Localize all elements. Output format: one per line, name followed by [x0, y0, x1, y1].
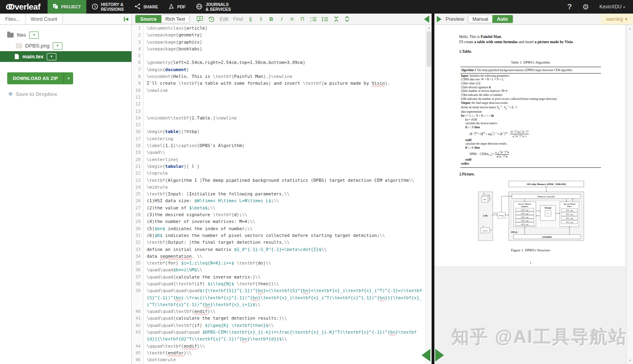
code-line[interactable]: 16\begin{table}[!htbp]: [132, 128, 426, 135]
source-code[interactable]: 1\documentclass{article}2\usepackage{geo…: [132, 25, 426, 364]
scroll-up-icon[interactable]: ▲: [627, 26, 633, 31]
code-text[interactable]: I'll create \textbf{a table with some fo…: [144, 80, 426, 87]
code-line[interactable]: 1\documentclass{article}: [132, 25, 426, 32]
code-text[interactable]: \qquad\textbf{endif}\\: [144, 343, 426, 350]
italic-button[interactable]: I: [277, 15, 286, 23]
menu-history-revisions[interactable]: HISTORY &REVISIONS: [86, 0, 129, 14]
code-text[interactable]: \begin{table}[!htbp]: [144, 128, 426, 135]
richtext-mode-button[interactable]: Rich Text: [161, 15, 189, 23]
code-line[interactable]: 10\newline: [132, 87, 426, 94]
code-line[interactable]: 34data segmentation. \\: [132, 253, 426, 260]
history-undo-button[interactable]: [207, 15, 217, 23]
code-text[interactable]: (1)HSI data size: $W\times H\times L=N\t…: [144, 197, 426, 204]
code-line[interactable]: 30(5)$bn$ indicates the index of number;…: [132, 225, 426, 232]
code-line[interactable]: 7\begin{document}: [132, 66, 426, 73]
download-zip-dropdown[interactable]: ▼: [64, 72, 73, 84]
code-line[interactable]: 42\quad\quad\textbf{if} $i\geq{K} \textb…: [132, 322, 426, 329]
code-text[interactable]: \midrule: [144, 184, 426, 191]
code-text[interactable]: \quad\quad\textbf{endif}\\: [144, 308, 426, 315]
code-line[interactable]: 45\textbf{endfor}\\: [132, 350, 426, 356]
code-text[interactable]: \quad\quad{calculate the inverse matrix:…: [144, 274, 426, 280]
gear-icon[interactable]: ⚙: [582, 2, 589, 12]
code-line[interactable]: 37\quad\quad{calculate the inverse matri…: [132, 274, 426, 280]
code-line[interactable]: 44\qquad\textbf{endif}\\: [132, 343, 426, 350]
code-line[interactable]: 28(3)the desired signature \textbf{d};\\: [132, 211, 426, 218]
overleaf-logo[interactable]: OOverleaf: [0, 0, 48, 14]
scroll-down-icon[interactable]: ▼: [627, 358, 633, 363]
preview-bottom-expand-icon[interactable]: [435, 349, 444, 362]
code-line[interactable]: 5: [132, 52, 426, 59]
code-line[interactable]: 39\quad\quad\quad\quad$({\textbf{S}}^{-1…: [132, 287, 426, 308]
menu-journals-services[interactable]: JOURNALS& SERVICES: [191, 0, 236, 14]
code-text[interactable]: data segmentation. \\: [144, 253, 426, 260]
code-line[interactable]: 23\textbf{Algorithm 1 }The deep pipeline…: [132, 177, 426, 184]
code-text[interactable]: (4)the number of inverse matrices: M=4;\…: [144, 218, 426, 225]
code-text[interactable]: \quad\quad\quad\quad $DPBS-CEM(\textbf{x…: [144, 329, 426, 343]
code-text[interactable]: \noindent\textbf{1.Table.}\newline: [144, 115, 426, 121]
display-math-button[interactable]: Π: [298, 15, 307, 23]
code-text[interactable]: \newline: [144, 87, 426, 94]
code-text[interactable]: \usepackage{geometry}: [144, 32, 426, 38]
preview-play-icon[interactable]: [437, 16, 442, 22]
edit-menu-button[interactable]: Edit: [218, 15, 230, 23]
source-mode-button[interactable]: Source: [135, 15, 161, 23]
code-line[interactable]: 41\quad\quad{calculate the target detect…: [132, 315, 426, 322]
code-line[interactable]: 14\noindent\textbf{1.Table.}\newline: [132, 115, 426, 121]
code-text[interactable]: \centerline{: [144, 156, 426, 163]
code-line[interactable]: 32\textbf{Output: }the final target dete…: [132, 239, 426, 246]
auto-compile-button[interactable]: Auto: [492, 15, 513, 23]
code-line[interactable]: 26(1)HSI data size: $W\times H\times L=N…: [132, 197, 426, 204]
code-line[interactable]: 33define an initial inverse matrix $S_0^…: [132, 246, 426, 253]
code-line[interactable]: 27(2)the value of $\beta$;\\: [132, 205, 426, 211]
code-text[interactable]: \label{1.1}\caption{DPBS's Algorithm}: [144, 142, 426, 149]
preview-scrollbar[interactable]: ▲ ▼: [627, 25, 633, 364]
code-text[interactable]: [144, 94, 426, 101]
code-line[interactable]: 35\textbf{for} $i=1;i\leq{N+K};i++$ \tex…: [132, 260, 426, 267]
code-line[interactable]: 29(4)the number of inverse matrices: M=4…: [132, 218, 426, 225]
scroll-up-icon[interactable]: ▲: [426, 25, 432, 30]
bullet-list-button[interactable]: [320, 15, 330, 23]
code-line[interactable]: 3\usepackage{graphicx}: [132, 39, 426, 46]
image-file-dropdown[interactable]: ▼: [53, 42, 62, 50]
subsection-button[interactable]: §: [257, 15, 265, 23]
code-text[interactable]: \usepackage{booktabs}: [144, 46, 426, 52]
code-text[interactable]: (2)the value of $\beta$;\\: [144, 205, 426, 211]
save-to-dropbox[interactable]: ❖ Save to Dropbox: [8, 91, 131, 97]
code-line[interactable]: 21\begin{tabular}{ l }: [132, 163, 426, 170]
code-text[interactable]: (6)$K$ indicates the number of pixel vec…: [144, 232, 426, 239]
folder-dropdown[interactable]: ▼: [29, 32, 39, 39]
code-text[interactable]: \begin{tabular}{ l }: [144, 163, 426, 170]
code-text[interactable]: \quad\quad\quad\quad$({\textbf{S}}^{-1})…: [144, 287, 426, 308]
editor-collapse-left-icon[interactable]: [424, 16, 429, 23]
code-text[interactable]: \quad\quad{\textbf{if} $i\leq{N}$ \textb…: [144, 280, 426, 287]
code-line[interactable]: 8\noindent{Hello. This is \textbf{Painfu…: [132, 73, 426, 80]
code-text[interactable]: [144, 108, 426, 115]
tab-word-count[interactable]: Word Count: [26, 14, 63, 24]
code-text[interactable]: \bottomrule: [144, 356, 426, 363]
code-text[interactable]: \textbf{endfor}\\: [144, 350, 426, 356]
code-line[interactable]: 46\bottomrule: [132, 356, 426, 363]
tree-item-dpbs-png[interactable]: DPBS.png ▼: [0, 40, 131, 51]
code-text[interactable]: \noindent{Hello. This is \textbf{Painful…: [144, 73, 426, 80]
code-text[interactable]: \textbf{Output: }the final target detect…: [144, 239, 426, 246]
tree-item-files-folder[interactable]: files ▼: [0, 30, 131, 40]
code-text[interactable]: define an initial inverse matrix $S_0^{-…: [144, 246, 426, 253]
code-line[interactable]: 6\geometry{left=2.54cm,right=2.54cm,top=…: [132, 59, 426, 66]
download-zip-button[interactable]: DOWNLOAD AS ZIP: [7, 72, 64, 84]
manual-compile-button[interactable]: Manual: [468, 15, 492, 23]
code-line[interactable]: 31(6)$K$ indicates the number of pixel v…: [132, 232, 426, 239]
code-text[interactable]: \usepackage{graphicx}: [144, 39, 426, 46]
code-line[interactable]: 43\quad\quad\quad\quad $DPBS-CEM(\textbf…: [132, 329, 426, 343]
code-text[interactable]: \centering: [144, 135, 426, 142]
editor-scrollbar[interactable]: ▲: [426, 25, 432, 364]
add-comment-button[interactable]: [195, 15, 205, 23]
code-line[interactable]: 19\quad\\: [132, 149, 426, 156]
tree-item-main-tex[interactable]: main.tex ▼: [0, 51, 131, 62]
code-line[interactable]: 38\quad\quad{\textbf{if} $i\leq{N}$ \tex…: [132, 280, 426, 287]
code-text[interactable]: \begin{document}: [144, 66, 426, 73]
code-line[interactable]: 15: [132, 121, 426, 128]
code-text[interactable]: \quad\quad{calculate the target detectio…: [144, 315, 426, 322]
collapse-lines-button[interactable]: [332, 15, 341, 23]
code-line[interactable]: 11: [132, 94, 426, 101]
code-text[interactable]: [144, 121, 426, 128]
